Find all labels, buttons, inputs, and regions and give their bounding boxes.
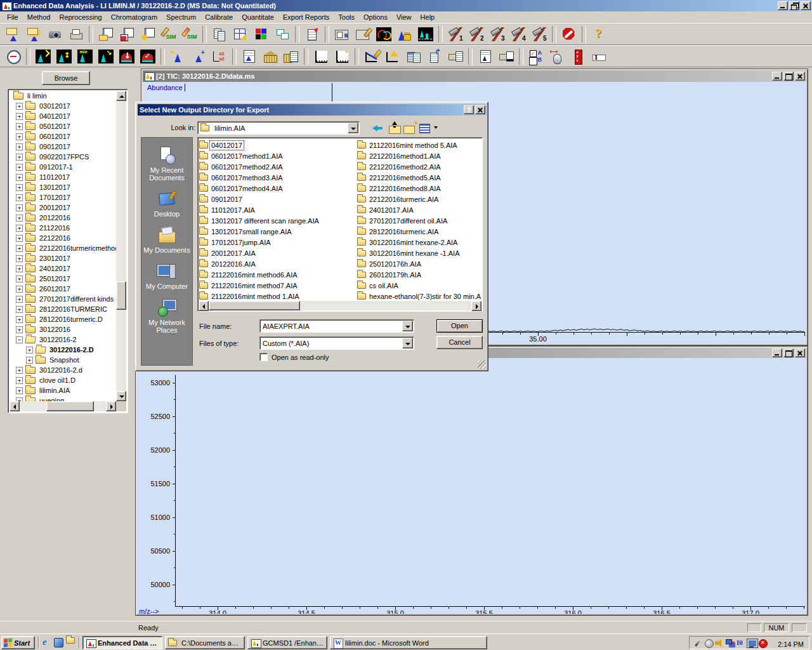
menu-reprocessing[interactable]: Reprocessing [55,12,106,22]
browse-button[interactable]: Browse [42,71,90,85]
define-axes-button[interactable] [331,47,352,66]
scroll-left-icon[interactable] [10,401,20,411]
tree-item-li-limin[interactable]: li limin [10,91,117,101]
expand-icon[interactable]: + [16,286,23,293]
minimize-button[interactable] [778,1,788,10]
tree-item-13012017[interactable]: +13012017 [10,182,117,192]
report-preview-button[interactable] [301,25,322,44]
file-item-22122016turmeric-aia[interactable]: 22122016turmeric.AIA [357,194,481,204]
tree-item-lilimin-aia[interactable]: +lilimin.AIA [10,385,117,395]
minimize-button[interactable] [772,348,782,357]
scroll-thumb[interactable] [116,281,126,310]
tree-item-05012017[interactable]: +05012017 [10,121,117,131]
tree-item-22122016[interactable]: +22122016 [10,233,117,243]
files-of-type-combobox[interactable]: Custom (*.AIA) [259,336,414,350]
file-item-21122016mint-method7-aia[interactable]: 21122016mint method7.AIA [199,280,357,291]
tree-item-09022017fpcs[interactable]: +09022017FPCS [10,152,117,162]
file-item-13012017small-range-aia[interactable]: 13012017small range.AIA [199,226,357,237]
tree-item-snapshot[interactable]: +Snapshot [10,355,117,365]
autointegrate-button[interactable] [167,47,188,66]
file-item-06012017method4-aia[interactable]: 06012017method4.AIA [199,183,357,194]
scroll-down-icon[interactable] [116,391,126,401]
expand-icon[interactable]: + [16,123,23,130]
expand-icon[interactable]: + [16,265,23,272]
zoom-peak-button[interactable] [95,47,116,66]
file-item-20012017-aia[interactable]: 20012017.AIA [199,248,357,258]
user-tool-5-button[interactable] [528,25,549,44]
stylus-icon[interactable] [693,638,703,648]
extract-ion-button[interactable] [74,47,95,66]
range-peak-button[interactable] [53,47,74,66]
menu-calibrate[interactable]: Calibrate [200,12,237,22]
arrange-windows-button[interactable] [272,25,292,44]
tree-item-17012017[interactable]: +17012017 [10,192,117,202]
tile-windows-button[interactable] [230,25,251,44]
tree-item-09012017[interactable]: +09012017 [10,142,117,152]
file-item-250120176h-aia[interactable]: 250120176h.AIA [357,258,481,269]
file-item-22122016method8-aia[interactable]: 22122016method8.AIA [357,183,481,194]
minimize-button[interactable] [772,72,782,81]
tree-item-28122016turmeric[interactable]: +28122016TURMERIC [10,304,117,314]
expand-icon[interactable]: + [16,245,23,252]
expand-icon[interactable]: + [16,306,23,313]
load-method-button[interactable] [23,25,44,44]
file-item-cs-oil-aia[interactable]: cs oil.AIA [357,280,481,291]
maximize-button[interactable] [783,72,794,81]
back-button[interactable] [371,121,386,135]
restore-button[interactable] [789,1,799,10]
dialog-titlebar[interactable]: Select New Output Directory for Export [138,104,487,116]
tree-item-20122016[interactable]: +20122016 [10,213,117,223]
expand-icon[interactable]: + [16,377,23,384]
file-item-21122016mint-method6-aia[interactable]: 21122016mint method6.AIA [199,269,357,280]
peak-list-report-button[interactable] [239,47,259,66]
new-folder-button[interactable] [403,121,418,135]
file-item-13012017-different-scan-range-aia[interactable]: 13012017 different scan range.AIA [199,215,357,226]
scroll-right-icon[interactable] [471,301,481,311]
security-alert-icon[interactable] [757,638,768,648]
expand-icon[interactable]: + [16,326,23,333]
manual-integrate-button[interactable] [188,47,209,66]
expand-icon[interactable]: + [16,296,23,303]
expand-icon[interactable]: + [26,347,33,354]
file-item-22122016method1-aia[interactable]: 22122016method1.AIA [357,150,481,161]
show-desktop-shortcut[interactable] [53,637,64,647]
file-item-hexane-ethanol-7-3-stir-for-30-min-ai[interactable]: hexane-ethanol(7-3)stir for 30 min.AI [357,291,481,302]
expand-icon[interactable]: + [16,154,23,161]
up-one-level-button[interactable] [388,121,403,135]
menu-view[interactable]: View [392,12,416,22]
navigate-compass-button[interactable] [3,47,23,66]
chromatogram-report-button[interactable] [475,47,495,66]
expand-icon[interactable]: + [16,103,23,110]
place-my-documents[interactable]: My Documents [141,226,192,254]
expand-icon[interactable]: + [16,164,23,171]
qedit-quant-result-button[interactable] [331,25,352,44]
expand-icon[interactable]: + [16,184,23,191]
expand-icon[interactable]: + [16,113,23,120]
load-data-button[interactable] [3,25,23,44]
maximize-button[interactable] [783,348,794,357]
file-item-30122016mint-hexane-1-aia[interactable]: 30122016mint hexane -1.AIA [357,248,481,258]
file-item-27012017different-oil-aia[interactable]: 27012017different oil.AIA [357,215,481,226]
tree-item-03012017[interactable]: +03012017 [10,101,117,111]
annotate-text-button[interactable] [588,47,609,66]
view-menu-button[interactable] [418,121,437,135]
tree-item-23012017[interactable]: +23012017 [10,253,117,263]
collapse-icon[interactable]: − [16,336,23,343]
menu-method[interactable]: Method [23,12,55,22]
scroll-thumb[interactable] [209,301,300,310]
volume-icon[interactable] [704,638,714,648]
menu-spectrum[interactable]: Spectrum [162,12,200,22]
expand-icon[interactable]: + [16,225,23,232]
menu-chromatogram[interactable]: Chromatogram [107,12,162,22]
dropdown-arrow-icon[interactable] [402,338,413,348]
copy-report-button[interactable] [424,47,445,66]
tree-item-30122016-2-d[interactable]: +30122016-2.D [10,345,117,355]
print-chromatogram-button[interactable] [495,47,516,66]
resize-grip[interactable] [478,361,486,369]
tree-item-04012017[interactable]: +04012017 [10,111,117,121]
stop-button[interactable] [558,25,579,44]
expand-icon[interactable]: + [16,174,23,181]
taskbar-task-c-documents-and-settin[interactable]: C:\Documents and Settin... [165,636,245,649]
place-my-network-places[interactable]: My Network Places [141,298,192,334]
tree-item-26012017[interactable]: +26012017 [10,284,117,294]
